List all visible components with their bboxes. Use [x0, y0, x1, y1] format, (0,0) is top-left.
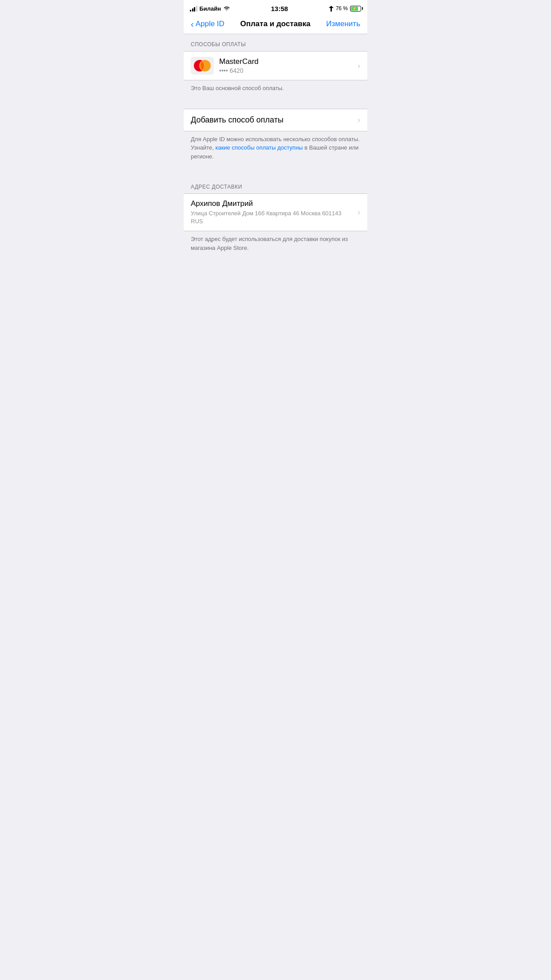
add-payment-chevron-icon: ›: [358, 115, 360, 125]
delivery-note-footer: Этот адрес будет использоваться для дост…: [184, 231, 367, 259]
delivery-address-row[interactable]: Архипов Дмитрий Улица Строителей Дом 16б…: [184, 194, 367, 231]
wifi-icon: [223, 6, 230, 11]
edit-button[interactable]: Изменить: [326, 20, 360, 28]
delivery-name: Архипов Дмитрий: [191, 199, 354, 208]
card-name: MasterCard: [219, 57, 354, 66]
add-payment-row[interactable]: Добавить способ оплаты ›: [184, 109, 367, 131]
location-icon: [329, 6, 334, 12]
payment-info-footer: Для Apple ID можно использовать нескольк…: [184, 131, 367, 168]
spacer-2: [184, 168, 367, 177]
primary-payment-note: Это Ваш основной способ оплаты.: [184, 80, 367, 100]
battery-percent: 76 %: [336, 5, 348, 12]
carrier-label: Билайн: [200, 5, 221, 12]
add-payment-label: Добавить способ оплаты: [191, 115, 283, 125]
payment-methods-header: СПОСОБЫ ОПЛАТЫ: [184, 34, 367, 51]
navigation-bar: ‹ Apple ID Оплата и доставка Изменить: [184, 16, 367, 34]
spacer-1: [184, 100, 367, 109]
time-display: 13:58: [271, 5, 288, 12]
chevron-right-icon: ›: [358, 61, 360, 71]
mastercard-row[interactable]: MasterCard •••• 6420 ›: [184, 51, 367, 80]
delivery-chevron-icon: ›: [358, 208, 360, 217]
status-right: 76 % ⚡: [329, 5, 361, 12]
delivery-header: АДРЕС ДОСТАВКИ: [184, 177, 367, 194]
back-button[interactable]: ‹ Apple ID: [191, 20, 224, 28]
mastercard-logo: [191, 57, 214, 75]
status-left: Билайн: [190, 5, 230, 12]
delivery-info: Архипов Дмитрий Улица Строителей Дом 16б…: [191, 199, 354, 225]
signal-icon: [190, 5, 197, 12]
status-bar: Билайн 13:58 76 % ⚡: [184, 0, 367, 16]
card-info: MasterCard •••• 6420: [219, 57, 354, 74]
card-last4: •••• 6420: [219, 67, 354, 74]
delivery-street: Улица Строителей Дом 16б Квартира 46 Мос…: [191, 209, 354, 225]
delivery-list: Архипов Дмитрий Улица Строителей Дом 16б…: [184, 194, 367, 231]
battery-icon: ⚡: [350, 6, 361, 12]
payment-methods-list: MasterCard •••• 6420 ›: [184, 51, 367, 80]
back-label: Apple ID: [196, 20, 224, 28]
payment-info-link[interactable]: какие способы оплаты доступны: [215, 144, 303, 151]
delivery-note: Этот адрес будет использоваться для дост…: [191, 236, 348, 251]
back-chevron-icon: ‹: [191, 20, 194, 28]
page-title: Оплата и доставка: [240, 20, 311, 28]
